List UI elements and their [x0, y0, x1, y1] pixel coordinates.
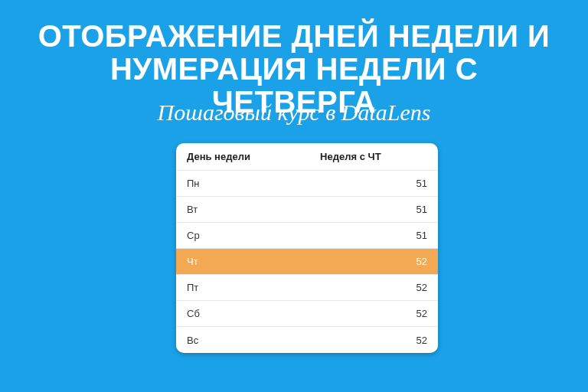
cell-week: 51	[320, 204, 438, 215]
cell-day: Ср	[176, 230, 320, 241]
page-subtitle: Пошаговый курс в DataLens	[26, 100, 562, 126]
cell-day: Сб	[176, 308, 320, 319]
table-header-row: День недели Неделя с ЧТ	[176, 143, 438, 171]
cell-week: 52	[320, 308, 438, 319]
table-row: Пт 52	[176, 275, 438, 301]
table-row: Пн 51	[176, 171, 438, 197]
column-header-day: День недели	[176, 151, 320, 162]
table-row: Ср 51	[176, 223, 438, 249]
cell-day: Чт	[176, 256, 320, 267]
table-row: Сб 52	[176, 301, 438, 327]
cell-day: Вс	[176, 335, 320, 346]
table-row-highlighted: Чт 52	[176, 249, 438, 275]
table-row: Вт 51	[176, 197, 438, 223]
table-row: Вс 52	[176, 327, 438, 353]
cell-day: Пн	[176, 178, 320, 189]
cell-week: 52	[320, 335, 438, 346]
column-header-week: Неделя с ЧТ	[320, 151, 438, 162]
cell-week: 52	[320, 282, 438, 293]
cell-week: 51	[320, 230, 438, 241]
weekday-table: День недели Неделя с ЧТ Пн 51 Вт 51 Ср 5…	[176, 143, 438, 353]
cell-week: 52	[320, 256, 438, 267]
cell-week: 51	[320, 178, 438, 189]
cell-day: Вт	[176, 204, 320, 215]
cell-day: Пт	[176, 282, 320, 293]
